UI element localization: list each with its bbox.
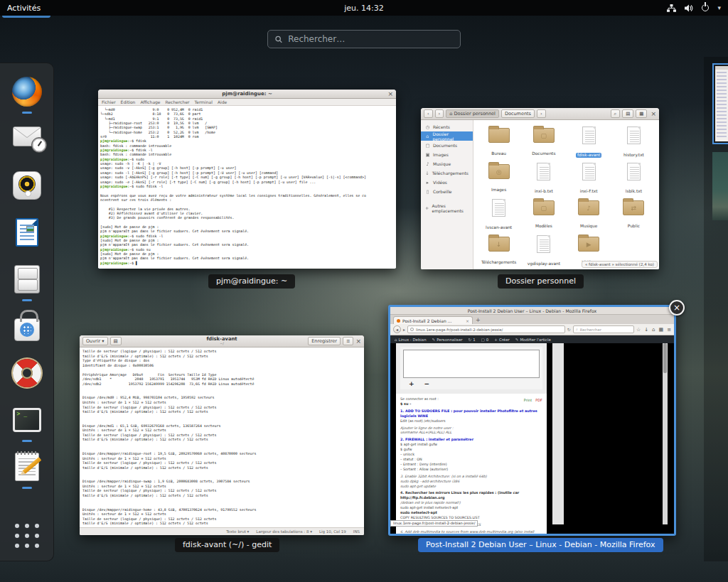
dock-terminal-icon[interactable] — [10, 403, 44, 437]
file-item-icon — [492, 199, 505, 217]
page-side-strip — [552, 343, 564, 524]
pathbar-more-button: › — [537, 109, 546, 118]
dock-software-icon[interactable] — [10, 309, 44, 343]
dock-help-icon[interactable] — [10, 356, 44, 390]
firefox-active-tab: Post-Install 2 Debian ... × — [393, 316, 473, 324]
back-button: ‹ — [424, 109, 433, 118]
chevron-down-icon: ▾ — [717, 4, 721, 11]
system-status-area[interactable]: ▾ — [667, 4, 728, 12]
firefox-navbar: ◂ ▸ linux.1ere-page.fr/post-install-2-de… — [390, 324, 674, 335]
file-item-icon — [582, 126, 596, 144]
workspace-thumbnail-1[interactable] — [712, 63, 728, 144]
adminbar-item: ✎Modifier l'article — [515, 338, 551, 342]
overview-search[interactable] — [267, 30, 461, 48]
clock[interactable]: jeu. 14:32 — [0, 4, 728, 13]
power-icon — [702, 4, 709, 11]
file-item-label: Modèles — [534, 224, 554, 229]
file-item-icon: ♪ — [578, 200, 599, 215]
search-icon — [275, 36, 282, 43]
back-icon: ◂ — [393, 325, 401, 333]
dock-files-icon[interactable] — [10, 262, 44, 296]
activities-button[interactable]: Activités — [0, 0, 48, 16]
software-bag-icon — [14, 318, 40, 341]
file-item: ▢ Modèles — [521, 196, 566, 232]
sidebar-item-icon: ▣ — [425, 152, 430, 158]
dash-dock — [0, 63, 54, 561]
window-close-button[interactable]: × — [669, 300, 685, 316]
show-applications-button[interactable] — [10, 514, 44, 548]
toolbar-icon: ↓ — [644, 327, 648, 333]
workspace-thumbnail-2[interactable] — [712, 152, 728, 220]
file-item: fdisk-avant — [567, 124, 611, 160]
writer-document-icon — [16, 218, 38, 247]
window-caption-gedit: fdisk-avant (~/) - gedit — [175, 538, 279, 552]
file-item: history.txt — [611, 124, 656, 160]
window-firefox[interactable]: Post-Install 2 Debian User – Linux - Deb… — [388, 305, 676, 536]
terminal-close-button: × — [387, 90, 393, 98]
menu-item: Fichier — [102, 99, 116, 104]
toolbar-icon: ≡ — [667, 327, 671, 333]
file-item: ♪ Musique — [567, 196, 611, 232]
forward-icon: ▸ — [403, 327, 405, 332]
window-gedit[interactable]: Ouvrir ▾ ▤ fdisk-avant ~/ Enregistrer ≡ … — [80, 335, 364, 535]
sidebar-item-icon: ♪ — [425, 161, 430, 167]
zoom-out-button: − — [424, 381, 430, 387]
sidebar-item: ▣Images — [421, 150, 473, 159]
print-pdf-buttons: Print PDF — [524, 398, 542, 402]
terminal-icon — [13, 408, 41, 432]
search-input[interactable] — [288, 34, 453, 44]
file-item-icon — [537, 235, 550, 253]
top-bar: Activités jeu. 14:32 ▾ — [0, 0, 728, 16]
file-item-icon: ◎ — [488, 164, 510, 179]
file-item: Bureau — [476, 124, 521, 160]
terminal-title: pjm@raidingue: ~ — [222, 91, 272, 97]
sidebar-item-label: Dossier personnel — [433, 131, 469, 141]
pathbar-documents-button: Documents — [501, 109, 535, 118]
gedit-text-area: Taille de secteur (logique / physique) :… — [80, 347, 364, 527]
file-item-label: lsblk.txt — [624, 189, 643, 194]
window-terminal[interactable]: pjm@raidingue: ~ × FichierÉditionAfficha… — [98, 90, 396, 269]
speaker-icon — [13, 171, 41, 200]
tab-close-icon: × — [466, 318, 469, 323]
sidebar-item-label: Récents — [433, 124, 450, 129]
sidebar-item-icon: ▯ — [425, 189, 430, 195]
sidebar-item: ♪Musique — [421, 159, 473, 168]
file-item: inxi-b.txt — [521, 160, 566, 196]
terminal-output: └─md0 9:0 0 952,4M 0 raid1└─sdb2 8:18 0 … — [98, 106, 396, 268]
sidebar-item: ▸Vidéos — [421, 178, 473, 187]
gedit-close-button: × — [355, 338, 361, 345]
menu-item: Terminal — [195, 99, 213, 104]
search-glyph: ⌕ — [576, 327, 578, 332]
file-item: vgdisplay-avant — [521, 232, 566, 269]
adminbar-item: +Créer — [494, 338, 509, 342]
window-files[interactable]: ‹ › ⌂ Dossier personnel Documents › ⌕ ▤ … — [421, 108, 659, 269]
dock-rhythmbox-icon[interactable] — [10, 168, 44, 203]
file-item-label: Téléchargements — [480, 260, 518, 265]
dock-firefox-icon[interactable] — [10, 75, 44, 109]
new-document-icon: ▤ — [110, 337, 122, 345]
mail-clock-icon — [13, 126, 41, 146]
status-link-tooltip: linux.1ere-page.fr/post-install-2-debian… — [390, 520, 478, 527]
browser-search-field: ⌕ Rechercher — [573, 325, 634, 333]
wordpress-admin-bar: ⌂Linux - Debian✎Personnaliser↻1▢0+Créer✎… — [390, 335, 674, 343]
dock-evolution-icon[interactable] — [10, 122, 44, 156]
file-item: ◎ Images — [476, 160, 521, 196]
files-status-overlay: « fdisk-avant » sélectionné (2,4 ko) — [582, 261, 658, 268]
open-button: Ouvrir ▾ — [82, 337, 108, 345]
adminbar-item: ▢0 — [481, 338, 489, 342]
files-sidebar: ◷Récents⌂Dossier personnel▢Documents▣Ima… — [421, 120, 473, 269]
tab-width-selector: Largeur des tabulations : 8 ▾ — [256, 529, 312, 534]
sidebar-item-icon: ↓ — [425, 171, 429, 176]
dock-gedit-icon[interactable] — [10, 450, 44, 484]
sidebar-item: ▯Corbeille — [421, 187, 473, 196]
sidebar-item: ⌂Dossier personnel — [421, 131, 473, 141]
adminbar-item: ⌂Linux - Debian — [395, 338, 427, 342]
save-button: Enregistrer — [308, 337, 341, 345]
dock-libreoffice-writer-icon[interactable] — [10, 215, 44, 249]
comment-box-card: + − — [400, 347, 542, 389]
file-item-label: Documents — [530, 151, 557, 156]
firefox-titlebar: Post-Install 2 Debian User – Linux - Deb… — [390, 307, 674, 315]
sidebar-item-label: Images — [433, 152, 449, 157]
toolbar-icon: ☆ — [636, 327, 641, 333]
network-icon — [667, 4, 676, 12]
